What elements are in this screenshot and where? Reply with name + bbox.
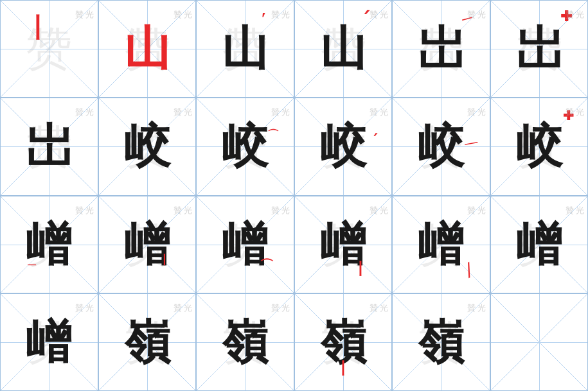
cell-6: 赞 岀 ✚ 光贊 [490, 0, 589, 98]
cell-5: 赞 岀 ─ 光贊 [392, 0, 490, 98]
red-accent: ˊ [361, 8, 370, 30]
cell-22: 赞 嶺 丨 光贊 [294, 293, 393, 391]
stroke-char: 嶒 [26, 319, 72, 365]
stroke-char: 岀 [418, 26, 464, 72]
red-accent: 丨 [353, 259, 368, 279]
red-accent: ˊ [371, 132, 378, 148]
cell-8: 赞 峧 光贊 [98, 98, 197, 195]
stroke-char: 山 [222, 26, 268, 72]
stroke-char: 嶺 [222, 319, 268, 365]
red-accent: 丨 [159, 252, 170, 268]
stroke-char: 岀 [26, 123, 72, 169]
cell-19: 赞 嶒 光贊 [0, 293, 98, 391]
cell-2: 赞 山 光贊 [98, 0, 197, 98]
stroke-char: 峧 [124, 123, 170, 169]
stroke-char: 嶺 [124, 319, 170, 365]
stroke-order-grid: 赞 丨 光贊 赞 山 光贊 赞 山 ′ 光贊 赞 山 ˊ 光贊 [0, 0, 588, 391]
cell-16: 赞 嶒 丨 光贊 [294, 196, 393, 293]
cell-17: 赞 嶒 ╱ 光贊 [392, 196, 490, 293]
cell-15: 赞 嶒 ⌒ 光贊 [196, 196, 294, 293]
red-accent: 丨 [335, 358, 351, 379]
red-accent: ⌒ [267, 127, 279, 143]
cell-11: 赞 峧 — 光贊 [392, 98, 490, 195]
cell-3: 赞 山 ′ 光贊 [196, 0, 294, 98]
cell-24 [490, 293, 589, 391]
cell-9: 赞 峧 ⌒ 光贊 [196, 98, 294, 195]
stroke-char: 峧 [418, 123, 464, 169]
red-accent: ✚ [563, 108, 574, 123]
red-accent: ╱ [462, 262, 475, 277]
cell-23: 赞 嶺 光贊 [392, 293, 490, 391]
cell-21: 赞 嶺 光贊 [196, 293, 294, 391]
red-accent: ′ [262, 8, 267, 29]
red-accent: ✚ [560, 8, 572, 25]
stroke-char: 岀 [516, 26, 562, 72]
stroke-char: 嶒 [516, 222, 562, 268]
cell-14: 赞 嶒 丨 光贊 [98, 196, 197, 293]
stroke-char: 嶺 [418, 319, 464, 365]
stroke-char: 山 [124, 26, 170, 72]
stroke-char: 峧 [320, 123, 366, 169]
cell-18: 赞 嶒 光贊 [490, 196, 589, 293]
red-accent: ─ [28, 258, 36, 272]
cell-10: 赞 峧 ˊ 光贊 [294, 98, 393, 195]
cell-4: 赞 山 ˊ 光贊 [294, 0, 393, 98]
stroke-char: 山 [320, 26, 366, 72]
red-accent: — [464, 134, 479, 151]
cell-1: 赞 丨 光贊 [0, 0, 98, 98]
red-accent: ⌒ [260, 256, 274, 275]
cell-7: 赞 岀 光贊 [0, 98, 98, 195]
cell-12: 赞 峧 ✚ 光贊 [490, 98, 589, 195]
stroke-char: 嶒 [418, 222, 464, 268]
stroke-char: 峧 [516, 123, 562, 169]
stroke-char: 丨 [25, 15, 51, 41]
cell-13: 赞 嶒 ─ 光贊 [0, 196, 98, 293]
cell-20: 赞 嶺 光贊 [98, 293, 197, 391]
stroke-char: 峧 [222, 123, 268, 169]
